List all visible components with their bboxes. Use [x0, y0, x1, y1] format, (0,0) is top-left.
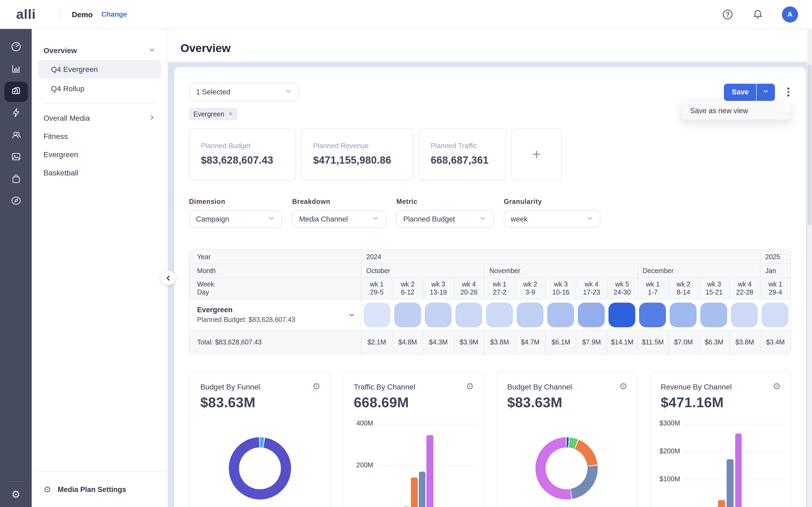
rail-item-analytics[interactable]	[4, 60, 28, 80]
media-plan-settings-button[interactable]: ⚙ Media Plan Settings	[32, 471, 167, 507]
budget-heat-chip[interactable]	[670, 302, 697, 327]
nav-item-q4-rollup[interactable]: Q4 Rollup	[38, 79, 161, 98]
chart-settings-gear-icon[interactable]: ⚙	[312, 382, 321, 391]
rail-item-commerce[interactable]	[4, 170, 28, 190]
budget-heat-chip[interactable]	[608, 302, 635, 327]
total-row: Total: $83,628,607.43 $2.1M$4.8M$4.3M$3.…	[190, 331, 791, 354]
bar-series-3	[419, 472, 425, 507]
total-cell: $6.1M	[545, 331, 576, 354]
views-select[interactable]: 1 Selected	[189, 83, 299, 101]
month-group: Jan	[760, 264, 791, 277]
nav-group-overview[interactable]: Overview	[32, 42, 167, 59]
budget-heat-chip[interactable]	[700, 302, 727, 327]
week-header-cell: wk 315-21	[698, 278, 729, 299]
total-cell: $2.1M	[361, 331, 392, 354]
expand-row-chevron-icon[interactable]	[348, 311, 356, 319]
budget-heat-chip[interactable]	[424, 302, 451, 327]
total-cell: $4.8M	[392, 331, 423, 354]
plus-icon: +	[532, 146, 541, 163]
more-options-kebab-icon[interactable]	[786, 88, 791, 97]
save-options-caret[interactable]	[757, 83, 775, 101]
remove-tag-icon[interactable]: ✕	[228, 111, 233, 117]
week-header-cell: wk 524-30	[607, 278, 637, 299]
chart-settings-gear-icon[interactable]: ⚙	[619, 382, 627, 391]
budget-heat-chip[interactable]	[762, 302, 789, 327]
week-header-cell: wk 26-12	[392, 278, 423, 299]
budget-heat-chip[interactable]	[731, 302, 758, 327]
total-cell: $3.9M	[453, 331, 484, 354]
rail-item-audiences[interactable]	[4, 125, 28, 146]
nav-item-fitness[interactable]: Fitness	[32, 127, 167, 146]
nav-divider	[44, 103, 156, 104]
scrollbar-track[interactable]	[807, 29, 812, 507]
total-cell: $4.7M	[515, 331, 545, 354]
granularity-select[interactable]: week	[504, 210, 600, 228]
change-workspace-link[interactable]: Change	[101, 10, 127, 18]
bar-series-1	[718, 500, 725, 507]
nav-group-overall-media[interactable]: Overall Media	[32, 109, 167, 127]
nav-item-q4-evergreen[interactable]: Q4 Evergreen	[38, 60, 161, 78]
rail-item-explore[interactable]	[4, 191, 28, 212]
chevron-down-icon	[148, 46, 156, 55]
chart-settings-gear-icon[interactable]: ⚙	[773, 382, 781, 391]
budget-heat-chip[interactable]	[547, 302, 574, 327]
donut-chart	[536, 437, 598, 500]
scrollbar-thumb[interactable]	[808, 64, 811, 225]
filter-tag-evergreen[interactable]: Evergreen ✕	[189, 108, 237, 120]
breakdown-select[interactable]: Media Channel	[292, 210, 386, 228]
total-cell: $6.3M	[698, 331, 729, 354]
nav-item-evergreen[interactable]: Evergreen	[32, 146, 167, 164]
bar-chart-icon	[10, 63, 22, 77]
chart-settings-gear-icon[interactable]: ⚙	[466, 382, 474, 391]
dimension-select[interactable]: Campaign	[189, 210, 282, 228]
chevron-down-icon	[581, 215, 594, 224]
heatmap-cell	[392, 302, 423, 327]
toolbar: 1 Selected Save	[189, 83, 791, 101]
add-kpi-button[interactable]: +	[511, 128, 562, 180]
budget-heat-chip[interactable]	[455, 302, 482, 327]
nav-item-basketball[interactable]: Basketball	[32, 164, 167, 182]
chart-title: Budget By Channel	[507, 382, 572, 391]
budget-heat-chip[interactable]	[394, 302, 421, 327]
month-group: November	[484, 264, 638, 277]
heatmap-cell	[484, 302, 515, 327]
filters-row: Dimension Campaign Breakdown Media Chann…	[189, 198, 791, 228]
chevron-right-icon	[148, 113, 156, 123]
chart-card-budget-by-funnel: Budget By Funnel⚙$83.63M	[189, 372, 331, 507]
budget-heat-chip[interactable]	[639, 302, 666, 327]
collapse-nav-button[interactable]	[161, 270, 175, 285]
month-row-label: Month	[190, 264, 361, 277]
budget-heat-chip[interactable]	[486, 302, 513, 327]
chart-plot-area	[497, 420, 637, 507]
heatmap-cell	[729, 302, 760, 327]
heatmap-cell	[545, 302, 576, 327]
budget-heat-chip[interactable]	[517, 302, 544, 327]
year-group: 2025	[760, 250, 791, 264]
notifications-bell-icon[interactable]	[752, 8, 764, 20]
rail-item-media-plans[interactable]	[4, 81, 28, 102]
user-avatar[interactable]: A	[782, 6, 798, 22]
settings-gear-icon[interactable]: ⚙	[11, 489, 20, 500]
chevron-down-icon	[280, 88, 292, 97]
bar-series-2	[727, 459, 733, 507]
chart-card-header: Traffic By Channel⚙	[343, 372, 484, 391]
axis-tick-label: 400M	[343, 420, 373, 427]
chart-card-budget-by-channel: Budget By Channel⚙$83.63M	[496, 372, 638, 507]
gear-icon: ⚙	[44, 485, 51, 494]
metric-select[interactable]: Planned Budget	[396, 210, 494, 228]
total-cell: $14.1M	[607, 331, 637, 354]
rail-item-dashboard[interactable]	[4, 38, 28, 58]
users-icon	[10, 129, 22, 143]
compass-icon	[10, 195, 22, 209]
main-content: Overview 1 Selected Save	[168, 29, 812, 507]
rail-item-activation[interactable]	[4, 104, 28, 124]
budget-heat-chip[interactable]	[363, 302, 390, 327]
save-as-new-view-item[interactable]: Save as new view	[690, 107, 748, 115]
save-button[interactable]: Save	[724, 83, 757, 101]
rail-item-creative[interactable]	[4, 148, 28, 168]
image-icon	[10, 151, 22, 165]
heatmap-cell	[698, 302, 729, 327]
week-header-cell: wk 28-14	[668, 278, 698, 299]
budget-heat-chip[interactable]	[578, 302, 605, 327]
help-icon[interactable]	[722, 8, 733, 20]
